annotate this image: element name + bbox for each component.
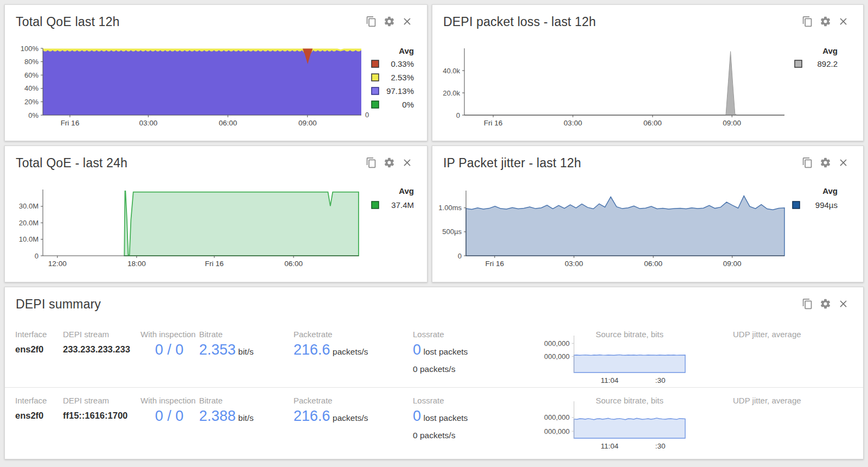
y-tick-label: 000,000 [544,352,570,361]
x-tick-label: Fri 16 [486,260,505,268]
packetrate-value: 216.6 [293,408,330,424]
inspection-value: 0 / 0 [155,408,184,424]
legend-swatch [372,101,379,108]
column-header-bitrate: Bitrate [199,330,222,339]
column-header-interface: Interface [15,396,47,405]
lossrate-sub: 0 packets/s [413,431,455,440]
legend-value: 2.53% [391,73,414,82]
close-icon[interactable] [838,298,849,310]
series-source-bitrate-1 [574,355,685,373]
depi-stream-row: Interface ens2f0 DEPI stream 233.233.233… [5,330,863,395]
y-tick-label: 60% [24,71,39,79]
column-header-bitrate: Bitrate [199,396,222,405]
legend-value: 37.4M [391,200,414,210]
x-tick-label: :30 [655,376,666,384]
bitrate-unit: bit/s [238,347,253,356]
y-tick-label: 1.00ms [438,204,462,212]
cell-depi-stream: DEPI stream 233.233.233.233 [63,330,109,339]
column-header-udp-jitter: UDP jitter, average [733,330,801,339]
panel-toolbar [802,298,849,310]
y-tick-label: 500µs [442,228,462,236]
cell-depi-stream: DEPI stream ff15::1616:1700 [63,396,109,405]
y-tick-label: 30.0M [19,202,39,210]
y-tick-label: 10.0M [19,235,39,243]
chart-svg: 010.0M20.0M30.0M12:0018:00Fri 1606:00Avg… [5,146,428,283]
chart-svg: 0%20%40%60%80%100%Fri 1603:0006:0009:000… [5,5,428,142]
depi-stream-row: Interface ens2f0 DEPI stream ff15::1616:… [5,396,863,461]
bitrate-value: 2.353 [199,342,236,358]
cell-udp-jitter: UDP jitter, average [733,396,801,405]
row-divider [5,387,863,388]
cell-packetrate: Packetrate 216.6 packets/s [293,396,333,405]
y-tick-label: 0 [456,111,460,119]
x-tick-label: 12:00 [48,260,67,268]
legend-value: 892.2 [817,59,838,68]
y-tick-label: 80% [24,58,39,66]
y-tick-label: 000,000 [544,427,570,436]
legend-value: 0.33% [391,59,414,68]
dashboard: Total QoE last 12h 0%20%40%60%80%100%Fri… [0,0,868,467]
legend-swatch [795,60,802,67]
cell-with-inspection: With inspection 0 / 0 [141,330,198,339]
x-tick-label: 03:00 [565,260,583,268]
series-packet-loss [464,52,784,115]
chart-total-qoe-24h: 010.0M20.0M30.0M12:0018:00Fri 1606:00Avg… [5,146,427,282]
panel-title: DEPI summary [16,297,101,312]
chart-svg: 000,000000,00011:04:30 [515,396,694,461]
legend-title: Avg [822,46,838,55]
x-tick-label: 09:00 [723,119,741,127]
lossrate-unit: lost packets [423,413,468,422]
column-header-inspection: With inspection [141,330,198,339]
legend-title: Avg [822,186,838,195]
panel-total-qoe-24h: Total QoE - last 24h 010.0M20.0M30.0M12:… [4,146,427,282]
x-tick-label: 06:00 [284,260,303,268]
packetrate-unit: packets/s [333,413,368,422]
cell-interface: Interface ens2f0 [15,330,47,339]
y-tick-label: 0 [35,252,39,260]
interface-value: ens2f0 [15,344,43,355]
packetrate-value: 216.6 [293,342,330,358]
x-tick-label: 09:00 [723,260,742,268]
y-tick-label: 100% [21,45,39,53]
cell-lossrate: Lossrate 0 lost packets 0 packets/s [413,330,444,339]
series-source-bitrate-2 [574,418,685,438]
legend-swatch [372,74,379,81]
cell-udp-jitter: UDP jitter, average [733,330,801,339]
stream-value: 233.233.233.233 [63,344,130,355]
packetrate-unit: packets/s [333,347,368,356]
x-tick-label: 18:00 [127,260,146,268]
stream-value: ff15::1616:1700 [63,411,127,421]
column-header-stream: DEPI stream [63,396,109,405]
panel-total-qoe-12h: Total QoE last 12h 0%20%40%60%80%100%Fri… [4,4,427,141]
copy-icon[interactable] [802,298,813,310]
lossrate-value: 0 [413,342,421,358]
y-tick-label: 0% [28,111,39,119]
panel-ip-packet-jitter: IP Packet jitter - last 12h 0500µs1.00ms… [432,146,864,282]
x-tick-label: Fri 16 [61,119,80,127]
bitrate-unit: bit/s [238,413,253,422]
x-tick-label: 11:04 [601,442,618,450]
x-tick-label: 03:00 [564,119,582,127]
sparkline-source-bitrate-1: 000,000000,00011:04:30 [515,331,694,396]
x-tick-label: 11:04 [601,376,618,384]
series-purple-area [43,50,361,115]
cell-interface: Interface ens2f0 [15,396,47,405]
x-tick-label: Fri 16 [484,119,503,127]
chart-ip-packet-jitter: 0500µs1.00msFri 1603:0006:0009:00Avg994µ… [432,146,863,282]
cell-with-inspection: With inspection 0 / 0 [141,396,198,405]
x-tick-label: 06:00 [643,119,662,127]
y-tick-label: 40.0k [443,67,460,75]
column-header-interface: Interface [15,330,47,339]
series-qoe-bitrate [124,191,359,256]
lossrate-sub: 0 packets/s [413,364,455,374]
panel-depi-packet-loss: DEPI packet loss - last 12h 020.0k40.0kF… [432,4,864,141]
legend-swatch [372,87,379,94]
x-tick-label: Fri 16 [205,260,224,268]
gear-icon[interactable] [820,298,831,310]
column-header-packetrate: Packetrate [293,330,333,339]
lossrate-value: 0 [413,408,421,424]
cell-packetrate: Packetrate 216.6 packets/s [293,330,333,339]
lossrate-unit: lost packets [423,347,468,356]
cell-bitrate: Bitrate 2.388 bit/s [199,396,222,405]
column-header-packetrate: Packetrate [293,396,333,405]
